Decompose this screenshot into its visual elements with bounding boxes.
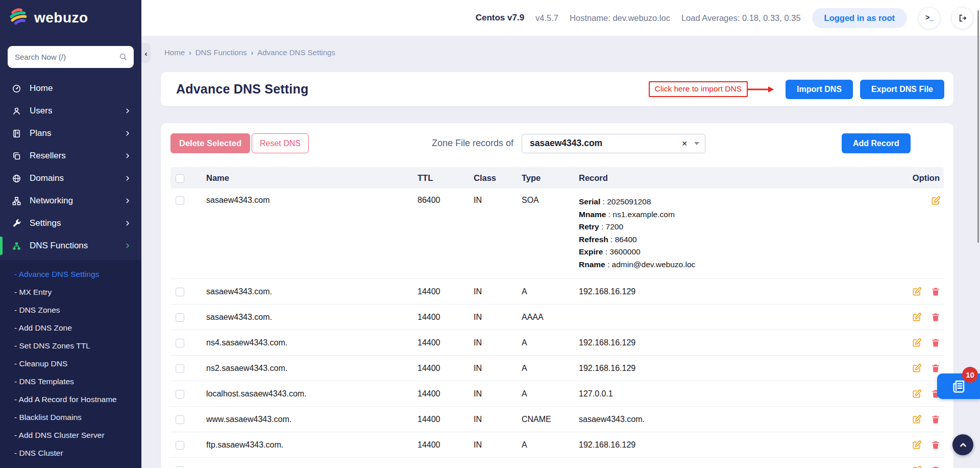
submenu-item-dns-cluster[interactable]: - DNS Cluster <box>0 444 141 462</box>
submenu-item-set-dns-zones-ttl[interactable]: - Set DNS Zones TTL <box>0 337 141 355</box>
sidebar-item-settings[interactable]: Settings <box>0 212 141 235</box>
zone-select[interactable]: sasaew4343.com ✕ <box>522 134 705 153</box>
delete-record-button[interactable] <box>930 440 941 450</box>
table-row: localhost.sasaew4343.com.14400INA127.0.0… <box>170 381 944 407</box>
scroll-to-top-button[interactable] <box>952 434 973 455</box>
zone-select-value: sasaew4343.com <box>530 138 681 149</box>
submenu-item-cluster-dns-zones[interactable]: - Cluster DNS Zones <box>0 462 141 468</box>
submenu-item-add-dns-cluster-server[interactable]: - Add DNS Cluster Server <box>0 426 141 444</box>
edit-record-button[interactable] <box>912 440 922 450</box>
delete-record-button[interactable] <box>930 287 941 297</box>
add-record-button[interactable]: Add Record <box>842 133 911 153</box>
sidebar-item-users[interactable]: Users <box>0 100 141 122</box>
hostname-label: Hostname: dev.webuzo.loc <box>570 13 670 23</box>
soa-field: Refresh : 86400 <box>579 233 899 246</box>
record-name-cell: ns4.sasaew4343.com. <box>203 330 414 356</box>
brand[interactable]: webuzo <box>0 0 141 36</box>
edit-record-button[interactable] <box>912 338 922 348</box>
sidebar-item-resellers[interactable]: Resellers <box>0 145 141 167</box>
sidebar-item-label: Resellers <box>30 151 66 161</box>
edit-record-button[interactable] <box>912 312 922 322</box>
submenu-item-blacklist-domains[interactable]: - Blacklist Domains <box>0 408 141 426</box>
breadcrumb-item-home[interactable]: Home <box>164 48 185 57</box>
chevron-right-icon <box>124 107 131 114</box>
row-checkbox[interactable] <box>176 313 184 322</box>
submenu-item-mx-entry[interactable]: - MX Entry <box>0 283 141 301</box>
record-value-cell: 192.168.16.129 <box>576 279 902 305</box>
table-row: www.sasaew4343.com.14400INCNAMEsasaew434… <box>170 407 944 432</box>
row-checkbox[interactable] <box>176 415 184 424</box>
submenu-item-cleanup-dns[interactable]: - Cleanup DNS <box>0 355 141 372</box>
row-checkbox[interactable] <box>176 441 184 450</box>
edit-record-button[interactable] <box>930 196 941 206</box>
row-checkbox[interactable] <box>176 364 184 373</box>
record-name-cell: sasaew4343.com. <box>203 279 414 305</box>
record-value-cell: sasaew4343.com. <box>576 407 902 432</box>
sidebar-collapse-handle[interactable]: ‹ <box>141 43 151 63</box>
scrollbar-thumb[interactable] <box>977 10 979 243</box>
delete-record-button[interactable] <box>930 414 941 425</box>
breadcrumb: Home›DNS Functions›Advance DNS Settings <box>164 48 335 57</box>
record-ttl-cell: 14400 <box>414 381 471 407</box>
row-checkbox[interactable] <box>176 288 184 296</box>
record-type-cell: A <box>519 330 576 356</box>
row-checkbox[interactable] <box>176 196 184 205</box>
record-class-cell: IN <box>471 356 519 381</box>
sidebar-item-home[interactable]: Home <box>0 77 141 100</box>
search-input[interactable] <box>8 46 134 68</box>
export-dns-button[interactable]: Export DNS File <box>860 80 944 99</box>
notifications-button[interactable]: 10 <box>937 373 980 399</box>
record-class-cell: IN <box>471 305 519 330</box>
row-select-cell <box>170 189 203 279</box>
record-ttl-cell: 14400 <box>414 330 471 356</box>
submenu-item-advance-dns-settings[interactable]: - Advance DNS Settings <box>0 265 141 283</box>
record-class-cell: IN <box>471 189 519 279</box>
logged-in-button[interactable]: Logged in as root <box>812 8 907 28</box>
record-type-cell: A <box>519 381 576 407</box>
news-icon <box>951 379 966 394</box>
table-row: ftp.sasaew4343.com.14400INA192.168.16.12… <box>170 432 944 458</box>
sidebar-item-networking[interactable]: Networking <box>0 190 141 212</box>
row-checkbox[interactable] <box>176 390 184 399</box>
sidebar-item-dns-functions[interactable]: DNS Functions <box>0 235 141 257</box>
edit-record-button[interactable] <box>912 465 922 468</box>
submenu-item-add-a-record-for-hostname[interactable]: - Add A Record for Hostname <box>0 390 141 408</box>
chevron-right-icon <box>124 175 131 182</box>
row-checkbox[interactable] <box>176 339 184 347</box>
soa-field: Mname : ns1.example.com <box>579 208 899 221</box>
edit-record-button[interactable] <box>912 389 922 399</box>
sidebar-item-plans[interactable]: Plans <box>0 122 141 145</box>
edit-record-button[interactable] <box>912 287 922 297</box>
select-all-checkbox[interactable] <box>176 174 184 183</box>
record-type-cell: A <box>519 432 576 458</box>
submenu-item-add-dns-zone[interactable]: - Add DNS Zone <box>0 319 141 337</box>
record-ttl-cell: 14400 <box>414 407 471 432</box>
delete-record-button[interactable] <box>930 465 941 468</box>
delete-selected-button[interactable]: Delete Selected <box>170 133 250 153</box>
sidebar-item-label: Users <box>30 106 52 116</box>
submenu-item-dns-templates[interactable]: - DNS Templates <box>0 372 141 390</box>
delete-record-button[interactable] <box>930 312 941 322</box>
import-dns-button[interactable]: Import DNS <box>786 80 853 99</box>
clear-icon[interactable]: ✕ <box>681 139 688 148</box>
table-row: ns2.sasaew4343.com.14400INA192.168.16.12… <box>170 356 944 381</box>
sidebar-item-domains[interactable]: Domains <box>0 167 141 190</box>
edit-record-button[interactable] <box>912 363 922 373</box>
record-name-cell: sasaew4343.com. <box>203 305 414 330</box>
delete-record-button[interactable] <box>930 338 941 348</box>
delete-record-button[interactable] <box>930 363 941 373</box>
title-card: Advance DNS Setting Click here to import… <box>161 72 953 106</box>
record-option-cell <box>902 305 944 330</box>
sidebar-item-label: Home <box>30 83 53 93</box>
submenu-item-dns-zones[interactable]: - DNS Zones <box>0 301 141 319</box>
logout-button[interactable] <box>951 7 973 29</box>
column-header-record: Record <box>576 167 902 189</box>
reset-dns-button[interactable]: Reset DNS <box>252 133 309 153</box>
breadcrumb-item-dns-functions[interactable]: DNS Functions <box>195 48 247 57</box>
record-type-cell: A <box>519 279 576 305</box>
record-class-cell: IN <box>471 381 519 407</box>
edit-record-button[interactable] <box>912 414 922 425</box>
terminal-button[interactable]: >_ <box>918 7 940 29</box>
chevron-down-icon[interactable] <box>694 142 699 145</box>
record-option-cell <box>902 279 944 305</box>
